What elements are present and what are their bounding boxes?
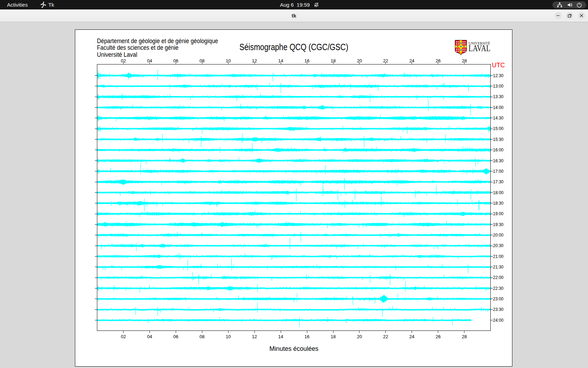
svg-text:04: 04 xyxy=(147,334,152,339)
svg-text:14: 14 xyxy=(278,58,283,63)
svg-text:12:30: 12:30 xyxy=(493,73,504,78)
svg-text:13:30: 13:30 xyxy=(493,94,504,99)
svg-text:18: 18 xyxy=(331,58,336,63)
svg-text:23:00: 23:00 xyxy=(493,297,504,301)
svg-text:02: 02 xyxy=(121,334,126,339)
svg-text:19:00: 19:00 xyxy=(493,211,504,216)
svg-text:Université Laval: Université Laval xyxy=(97,51,137,58)
svg-text:12: 12 xyxy=(252,334,257,339)
svg-text:13:00: 13:00 xyxy=(493,84,504,89)
svg-text:28: 28 xyxy=(462,58,467,63)
svg-text:21:00: 21:00 xyxy=(493,254,504,259)
svg-text:20:30: 20:30 xyxy=(493,243,504,248)
svg-text:22:00: 22:00 xyxy=(493,275,504,280)
svg-text:26: 26 xyxy=(435,58,440,63)
svg-text:17:00: 17:00 xyxy=(493,169,504,174)
svg-text:19:30: 19:30 xyxy=(493,222,504,227)
svg-text:21:30: 21:30 xyxy=(493,265,504,270)
svg-text:15:00: 15:00 xyxy=(493,126,504,131)
svg-text:02: 02 xyxy=(121,58,126,63)
svg-text:28: 28 xyxy=(462,334,467,339)
svg-text:12: 12 xyxy=(252,58,257,63)
svg-text:06: 06 xyxy=(173,334,178,339)
svg-text:24: 24 xyxy=(410,334,414,339)
svg-text:14:30: 14:30 xyxy=(493,116,504,121)
svg-text:17:30: 17:30 xyxy=(493,179,504,184)
svg-text:16: 16 xyxy=(304,58,309,63)
svg-text:16: 16 xyxy=(304,334,309,339)
svg-text:15:30: 15:30 xyxy=(493,137,504,142)
svg-text:06: 06 xyxy=(173,58,178,63)
svg-text:22: 22 xyxy=(383,334,388,339)
svg-text:18:00: 18:00 xyxy=(493,190,504,195)
svg-text:18: 18 xyxy=(331,334,336,339)
svg-text:14:00: 14:00 xyxy=(493,105,504,110)
svg-text:08: 08 xyxy=(200,334,204,339)
svg-text:Séismographe QCQ (CGC/GSC): Séismographe QCQ (CGC/GSC) xyxy=(239,42,348,52)
svg-text:UTC: UTC xyxy=(492,62,505,69)
svg-text:20: 20 xyxy=(357,58,362,63)
svg-text:22: 22 xyxy=(383,58,388,63)
svg-text:22:30: 22:30 xyxy=(493,286,504,291)
svg-text:14: 14 xyxy=(278,334,283,339)
svg-text:Faculté des sciences et de gén: Faculté des sciences et de génie xyxy=(97,44,178,51)
svg-text:08: 08 xyxy=(200,58,204,63)
svg-text:10: 10 xyxy=(226,58,231,63)
svg-text:20: 20 xyxy=(357,334,362,339)
svg-text:10: 10 xyxy=(226,334,231,339)
svg-text:26: 26 xyxy=(435,334,440,339)
svg-text:16:00: 16:00 xyxy=(493,148,504,152)
svg-text:23:30: 23:30 xyxy=(493,307,504,312)
svg-text:24: 24 xyxy=(410,58,414,63)
svg-text:20:00: 20:00 xyxy=(493,233,504,238)
svg-text:18:30: 18:30 xyxy=(493,201,504,206)
svg-text:Département de géologie et de: Département de géologie et de génie géol… xyxy=(97,38,218,45)
svg-text:16:30: 16:30 xyxy=(493,158,504,163)
svg-text:04: 04 xyxy=(147,58,152,63)
svg-text:Minutes écoulées: Minutes écoulées xyxy=(270,345,318,352)
svg-text:24:00: 24:00 xyxy=(493,318,504,323)
svg-text:LAVAL: LAVAL xyxy=(468,43,490,53)
